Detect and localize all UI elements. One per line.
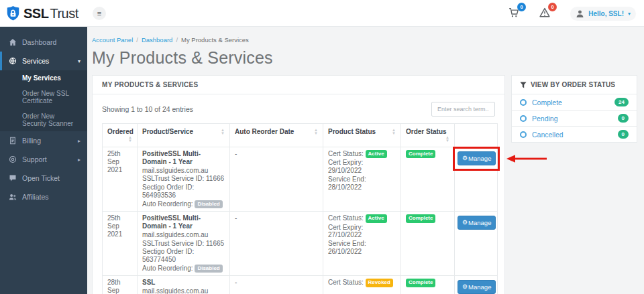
table-header-row: Ordered▲▼ Product/Service▲▼ Auto Reorder… (103, 124, 498, 147)
table-row: 28th Sep 2021 SSL mail.sslguides.com.au … (103, 276, 498, 294)
cart-button[interactable]: 0 (508, 7, 521, 19)
breadcrumb-separator: / (176, 36, 178, 44)
actions-cell: ⚙Manage (455, 276, 498, 294)
main-content: Account Panel / Dashboard / My Products … (87, 27, 644, 294)
breadcrumb-link-account-panel[interactable]: Account Panel (92, 36, 133, 44)
sidebar-subitem-order-new-scanner[interactable]: Order New Security Scanner (0, 108, 87, 131)
order-status-panel-header: VIEW BY ORDER STATUS (512, 76, 637, 94)
manage-button[interactable]: ⚙Manage (458, 216, 496, 230)
order-status-filter-panel: VIEW BY ORDER STATUS Complete 24 Pending… (511, 75, 637, 143)
order-status-cell: Complete (401, 212, 455, 276)
cert-status-line: Cert Status: Revoked (328, 279, 396, 287)
column-header-ordered[interactable]: Ordered▲▼ (103, 124, 138, 147)
product-name: PositiveSSL Multi-Domain - 1 Year (142, 214, 225, 230)
user-icon (576, 9, 584, 18)
filter-item-pending[interactable]: Pending 0 (512, 110, 637, 126)
sidebar-item-dashboard[interactable]: Dashboard (0, 33, 87, 52)
life-ring-icon (9, 155, 17, 163)
vendor-order-id: Sectigo Order ID: 564993536 (142, 183, 225, 200)
table-toolbar: Showing 1 to 10 of 24 entries (102, 102, 495, 117)
chat-icon (9, 174, 17, 182)
count-badge: 0 (618, 130, 629, 139)
caret-down-icon: ▾ (628, 11, 631, 17)
column-header-product-service[interactable]: Product/Service▲▼ (138, 124, 230, 147)
annotation-arrow (506, 154, 548, 163)
auto-reorder-date-cell: - (230, 276, 323, 294)
product-cell: PositiveSSL Multi-Domain - 1 Year mail.s… (138, 147, 230, 212)
order-status-cell: Complete (401, 147, 455, 212)
panel-header: MY PRODUCTS & SERVICES (93, 76, 504, 94)
auto-reorder-date-cell: - (230, 147, 323, 212)
vendor-order-id: Sectigo Order ID: 563774450 (142, 248, 225, 264)
column-header-product-status[interactable]: Product Status▲▼ (323, 124, 401, 147)
gear-icon: ⚙ (462, 155, 468, 161)
manage-button[interactable]: ⚙Manage (458, 280, 496, 294)
topbar: SSL Trust ≡ 0 0 (0, 0, 644, 27)
invoice-icon (9, 137, 17, 145)
auto-reorder-date-cell: - (230, 212, 323, 276)
actions-cell: ⚙Manage (455, 212, 498, 276)
count-badge: 24 (614, 98, 629, 106)
sidebar-subitem-my-services[interactable]: My Services (0, 70, 87, 86)
circle-icon (520, 99, 527, 106)
ordered-cell: 28th Sep 2021 (103, 276, 138, 294)
manage-button[interactable]: ⚙Manage (458, 151, 496, 165)
shield-lock-icon (7, 6, 19, 21)
auto-reordering-line: Auto Reordering: Disabled (142, 200, 225, 208)
sidebar-item-label: Open Ticket (22, 174, 60, 182)
product-status-cell: Cert Status: Active Cert Expiry: 29/10/2… (323, 147, 401, 212)
product-cell: SSL mail.sslguides.com.au SSLTrust Servi… (138, 276, 230, 294)
brand-text-bold: SSL (23, 6, 48, 21)
sidebar-item-label: Affiliates (22, 193, 49, 201)
product-status-cell: Cert Status: Active Cert Expiry: 27/10/2… (323, 212, 401, 276)
sidebar-item-billing[interactable]: Billing ▸ (0, 131, 87, 150)
breadcrumb-link-dashboard[interactable]: Dashboard (142, 36, 172, 44)
sidebar-item-open-ticket[interactable]: Open Ticket (0, 169, 87, 188)
sidebar: Dashboard Services ▾ My Services Order N… (0, 27, 87, 294)
actions-cell: ⚙Manage (455, 147, 498, 212)
sidebar-subitem-order-new-ssl[interactable]: Order New SSL Certificate (0, 86, 87, 108)
product-status-cell: Cert Status: Revoked (323, 276, 401, 294)
users-icon (9, 193, 17, 201)
column-header-order-status[interactable]: Order Status▲▼ (401, 124, 455, 147)
cert-expiry: Cert Expiry: 27/10/2022 (328, 224, 396, 240)
breadcrumb-separator: / (136, 36, 138, 44)
search-input[interactable] (431, 102, 495, 117)
cert-status-badge: Active (366, 214, 387, 222)
disabled-badge: Disabled (195, 200, 222, 208)
brand-text-regular: Trust (50, 6, 78, 21)
table-row: 25th Sep 2021 PositiveSSL Multi-Domain -… (103, 212, 498, 276)
services-submenu: My Services Order New SSL Certificate Or… (0, 70, 87, 131)
hamburger-menu-button[interactable]: ≡ (93, 7, 106, 20)
sort-icon: ▲▼ (445, 136, 449, 143)
column-header-auto-reorder-date[interactable]: Auto Reorder Date▲▼ (230, 124, 323, 147)
cart-count-badge: 0 (517, 3, 526, 11)
circle-icon (520, 131, 527, 138)
sidebar-item-affiliates[interactable]: Affiliates (0, 188, 87, 206)
brand-logo[interactable]: SSL Trust (0, 0, 87, 27)
sidebar-item-label: Services (22, 57, 49, 65)
count-badge: 0 (618, 114, 629, 123)
sidebar-item-support[interactable]: Support ▸ (0, 150, 87, 169)
circle-icon (520, 115, 527, 122)
sort-icon: ▲▼ (314, 129, 318, 135)
sidebar-item-services[interactable]: Services ▾ (0, 52, 87, 70)
user-menu[interactable]: Hello, SSL! ▾ (570, 7, 636, 21)
filter-item-cancelled[interactable]: Cancelled 0 (512, 126, 637, 142)
product-name: SSL (142, 279, 225, 287)
order-status-badge: Complete (406, 214, 435, 222)
disabled-badge: Disabled (195, 265, 222, 273)
ordered-cell: 25th Sep 2021 (103, 147, 138, 212)
user-menu-label: Hello, SSL! (588, 10, 624, 17)
alerts-button[interactable]: 0 (539, 7, 551, 19)
cert-status-line: Cert Status: Active (328, 150, 396, 158)
service-end: Service End: 28/10/2022 (328, 175, 396, 192)
filter-item-complete[interactable]: Complete 24 (512, 94, 637, 110)
breadcrumb: Account Panel / Dashboard / My Products … (92, 36, 637, 44)
product-cell: PositiveSSL Multi-Domain - 1 Year mail.s… (138, 212, 230, 276)
table-row: 25th Sep 2021 PositiveSSL Multi-Domain -… (103, 147, 498, 212)
service-id: SSLTrust Service ID: 11665 (142, 240, 225, 248)
cert-status-line: Cert Status: Active (328, 214, 396, 222)
cert-status-badge: Revoked (366, 279, 393, 287)
service-id: SSLTrust Service ID: 11666 (142, 175, 225, 183)
